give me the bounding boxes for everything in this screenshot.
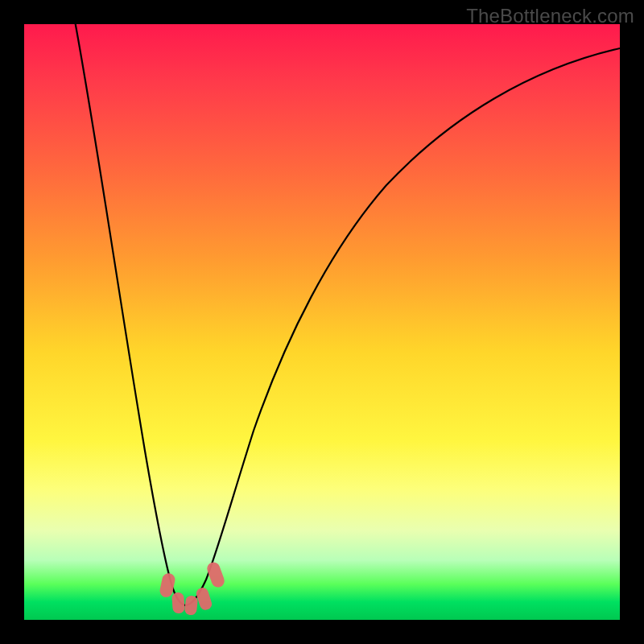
chart-plot-area bbox=[24, 24, 620, 620]
marker-blob bbox=[171, 592, 185, 613]
marker-cluster bbox=[159, 560, 226, 616]
bottleneck-curve bbox=[24, 24, 620, 620]
curve-path bbox=[72, 8, 620, 605]
marker-blob bbox=[184, 595, 198, 615]
marker-blob bbox=[195, 586, 213, 611]
